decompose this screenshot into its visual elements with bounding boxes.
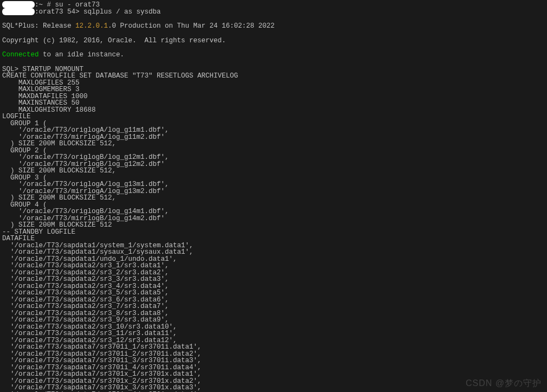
sql-line: MAXINSTANCES 50	[2, 100, 545, 107]
sql-line: '/oracle/T73/sapdata2/sr3_7/sr3.data7',	[2, 303, 545, 310]
sql-line: '/oracle/T73/origlogB/log_g12m1.dbf',	[2, 154, 545, 161]
sql-line: '/oracle/T73/sapdata2/sr3_5/sr3.data5',	[2, 290, 545, 297]
sql-line: -- STANDBY LOGFILE	[2, 229, 545, 236]
sql-line: MAXLOGMEMBERS 3	[2, 86, 545, 93]
connected-word: Connected	[2, 51, 39, 59]
sql-line: CREATE CONTROLFILE SET DATABASE "T73" RE…	[2, 73, 545, 80]
prompt-line-1: :~ # su - orat73	[2, 1, 545, 8]
sql-line: '/oracle/T73/origlogA/log_g11m1.dbf',	[2, 127, 545, 134]
sql-line: '/oracle/T73/sapdata7/sr3701x_1/sr3701x.…	[2, 371, 545, 378]
blank-line	[2, 44, 545, 52]
prompt-text: :~ # su - orat73	[35, 1, 100, 9]
sql-line: '/oracle/T73/sapdata7/sr3701i_1/sr3701i.…	[2, 344, 545, 351]
prompt-line-2: :orat73 54> sqlplus / as sysdba	[2, 8, 545, 15]
sql-line: '/oracle/T73/sapdata7/sr3701x_3/sr3701x.…	[2, 384, 545, 391]
blank-line	[2, 30, 545, 37]
sql-line: '/oracle/T73/sapdata2/sr3_9/sr3.data9',	[2, 317, 545, 324]
prompt-text: :orat73 54> sqlplus / as sysdba	[35, 8, 161, 16]
release-prefix: SQL*Plus: Release	[2, 22, 75, 30]
sql-line: ) SIZE 200M BLOCKSIZE 512,	[2, 168, 545, 175]
redacted-host	[2, 1, 35, 8]
sql-line: '/oracle/T73/sapdata7/sr3701i_3/sr3701i.…	[2, 357, 545, 364]
sql-line: ) SIZE 200M BLOCKSIZE 512,	[2, 195, 545, 202]
release-version: 12.2.0.1	[75, 22, 108, 30]
terminal-output: :~ # su - orat73 :orat73 54> sqlplus / a…	[2, 1, 545, 392]
sql-line: ) SIZE 200M BLOCKSIZE 512,	[2, 140, 545, 147]
sql-line: '/oracle/T73/origlogB/log_g14m1.dbf',	[2, 208, 545, 215]
connected-line: Connected to an idle instance.	[2, 52, 545, 59]
sql-line: MAXLOGFILES 255	[2, 80, 545, 87]
sql-line: ) SIZE 200M BLOCKSIZE 512	[2, 222, 545, 229]
redacted-host	[2, 8, 35, 15]
sql-line: '/oracle/T73/sapdata1/sysaux_1/sysaux.da…	[2, 249, 545, 256]
sql-block: SQL> STARTUP NOMOUNTCREATE CONTROLFILE S…	[2, 66, 545, 392]
sql-line: '/oracle/T73/origlogA/log_g13m1.dbf',	[2, 181, 545, 188]
watermark: CSDN @梦の守护	[466, 379, 542, 388]
release-line: SQL*Plus: Release 12.2.0.1.0 Production …	[2, 23, 545, 30]
blank-line	[2, 15, 545, 23]
sql-line: '/oracle/T73/sapdata2/sr3_11/sr3.data11'…	[2, 330, 545, 337]
sql-line: '/oracle/T73/sapdata2/sr3_1/sr3.data1',	[2, 262, 545, 269]
blank-line	[2, 59, 545, 66]
release-suffix: .0 Production on Thu Mar 24 16:02:28 202…	[108, 22, 275, 30]
sql-line: MAXLOGHISTORY 18688	[2, 107, 545, 114]
connected-suffix: to an idle instance.	[39, 51, 125, 59]
copyright-line: Copyright (c) 1982, 2016, Oracle. All ri…	[2, 37, 545, 44]
sql-line: LOGFILE	[2, 113, 545, 120]
sql-line: DATAFILE	[2, 235, 545, 242]
sql-line: '/oracle/T73/sapdata2/sr3_3/sr3.data3',	[2, 276, 545, 283]
sql-line: MAXDATAFILES 1000	[2, 93, 545, 100]
